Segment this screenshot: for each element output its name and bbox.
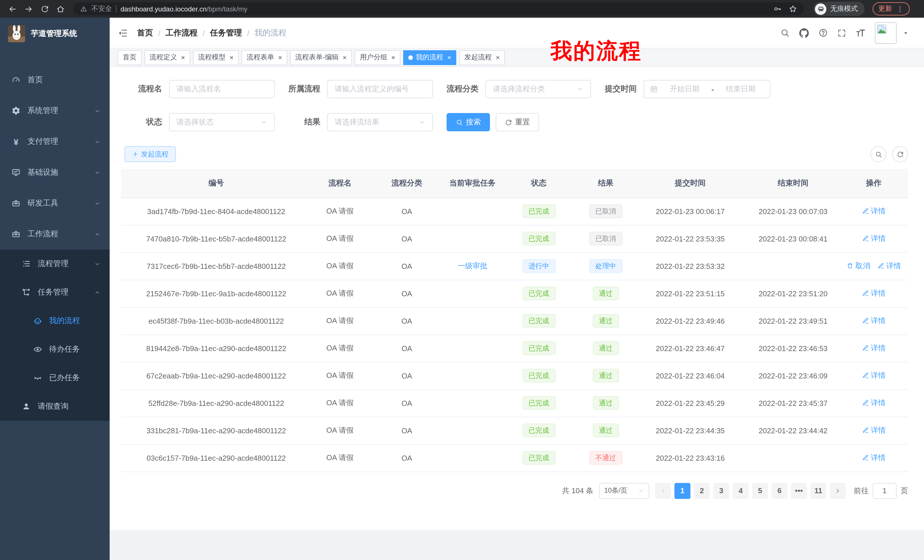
process-name-input[interactable]: 请输入流程名 [169,80,274,98]
tab-close-icon[interactable]: × [496,54,500,61]
tab-流程表单-编辑[interactable]: 流程表单-编辑× [290,50,352,65]
page-button-5[interactable]: 5 [752,483,768,499]
bookmark-star-icon[interactable] [789,4,797,13]
tab-close-icon[interactable]: × [447,54,451,61]
detail-link[interactable]: 详情 [862,453,886,463]
refresh-icon [505,118,512,126]
font-size-icon[interactable] [855,28,866,38]
refresh-table-button[interactable] [892,146,908,162]
detail-link[interactable]: 详情 [862,288,886,298]
result-select[interactable]: 请选择流结果 [327,113,433,131]
more-pages-button[interactable]: ••• [791,483,807,499]
sidebar-item-devtool[interactable]: 研发工具 [0,188,110,219]
tab-close-icon[interactable]: × [230,54,234,61]
cell-task [445,225,500,252]
tab-close-icon[interactable]: × [391,54,395,61]
password-key-icon[interactable] [773,4,782,13]
page-button-6[interactable]: 6 [771,483,788,499]
yen-icon: ¥ [11,137,21,147]
search-button[interactable]: 搜索 [447,113,490,131]
process-category-select[interactable]: 请选择流程分类 [485,80,591,98]
github-icon[interactable] [799,28,809,38]
breadcrumb-item[interactable]: 任务管理 [210,28,242,38]
sidebar-item-pay[interactable]: ¥支付管理 [0,126,110,157]
process-definition-input[interactable]: 请输入流程定义的编号 [327,80,433,98]
submit-time-range-picker[interactable]: 开始日期 - 结束日期 [644,80,770,98]
sidebar-item-workflow[interactable]: 工作流程 [0,219,110,250]
detail-link[interactable]: 详情 [862,425,886,436]
detail-link[interactable]: 详情 [877,261,901,271]
sidebar-item-done-task[interactable]: 已办任务 [0,364,110,392]
app-logo[interactable]: 芋道管理系统 [0,18,110,49]
tab-发起流程[interactable]: 发起流程× [459,50,505,65]
detail-link[interactable]: 详情 [862,398,886,408]
chevron-down-icon [418,119,426,126]
incognito-label: 无痕模式 [830,4,858,14]
reset-button[interactable]: 重置 [496,113,539,131]
breadcrumb-item[interactable]: 工作流程 [166,28,198,38]
cancel-link[interactable]: 取消 [846,261,870,271]
tab-close-icon[interactable]: × [343,54,346,61]
detail-link[interactable]: 详情 [862,206,886,216]
sidebar-fold-icon[interactable] [118,28,128,38]
prev-page-button[interactable] [655,483,671,499]
tab-用户分组[interactable]: 用户分组× [355,50,400,65]
tab-流程定义[interactable]: 流程定义× [144,50,190,65]
browser-reload-button[interactable] [38,2,51,16]
tab-我的流程[interactable]: 我的流程× [403,50,456,65]
address-bar[interactable]: 不安全 dashboard.yudao.iocoder.cn/bpm/task/… [73,2,804,15]
sidebar-item-process-mgmt[interactable]: 流程管理 [0,250,110,278]
task-link[interactable]: 一级审批 [458,262,488,270]
calendar-icon [650,85,658,93]
tab-close-icon[interactable]: × [278,54,282,61]
tab-label: 流程模型 [198,52,226,62]
eye-icon [33,345,42,354]
tab-流程模型[interactable]: 流程模型× [193,50,239,65]
sidebar-item-todo-task[interactable]: 待办任务 [0,335,110,364]
cell-end-time: 2022-01-22 23:46:53 [747,334,840,362]
table-row: 819442e8-7b9a-11ec-a290-acde48001122OA 请… [121,334,908,362]
page-size-select[interactable]: 10条/页 [599,483,650,499]
page-button-11[interactable]: 11 [810,483,826,499]
browser-forward-button[interactable] [22,2,35,16]
page-button-4[interactable]: 4 [733,483,748,499]
header-search-icon[interactable] [780,28,790,38]
cell-category: OA [369,389,445,417]
tab-首页[interactable]: 首页 [118,50,142,65]
create-process-button[interactable]: 发起流程 [124,146,176,162]
avatar-caret-down-icon[interactable] [902,29,909,36]
browser-update-button[interactable]: 更新 [873,2,910,15]
page-button-2[interactable]: 2 [694,483,710,499]
cell-actions: 详情 [840,280,908,307]
next-page-button[interactable] [830,483,846,499]
tab-流程表单[interactable]: 流程表单× [242,50,287,65]
detail-link[interactable]: 详情 [862,343,886,353]
sidebar-item-home[interactable]: 首页 [0,64,110,95]
goto-page-input[interactable]: 1 [873,483,897,499]
toggle-search-button[interactable] [870,146,886,162]
page-button-3[interactable]: 3 [713,483,729,499]
avatar[interactable] [875,22,897,44]
sidebar-item-infra[interactable]: 基础设施 [0,157,110,188]
cell-category: OA [369,252,445,280]
fullscreen-icon[interactable] [837,28,846,37]
sidebar-item-leave-query[interactable]: 请假查询 [0,392,110,421]
sidebar-item-system[interactable]: 系统管理 [0,95,110,126]
sidebar-item-task-mgmt[interactable]: 任务管理 [0,278,110,307]
browser-home-button[interactable] [54,2,68,16]
textsize-icon [855,28,866,38]
detail-link[interactable]: 详情 [862,234,886,244]
page-button-1[interactable]: 1 [675,483,690,499]
detail-link[interactable]: 详情 [862,370,886,381]
cell-id: 67c2eaab-7b9a-11ec-a290-acde48001122 [121,362,311,389]
logo-image [8,25,25,42]
sidebar-item-label: 请假查询 [38,401,69,412]
help-icon[interactable] [818,28,828,38]
cell-submit-time: 2022-01-22 23:53:35 [634,225,747,252]
tab-close-icon[interactable]: × [181,54,185,61]
breadcrumb-item[interactable]: 首页 [137,28,153,38]
detail-link[interactable]: 详情 [862,316,886,326]
status-select[interactable]: 请选择状态 [169,113,274,131]
sidebar-item-my-process[interactable]: 我的流程 [0,307,110,335]
browser-back-button[interactable] [6,2,20,16]
